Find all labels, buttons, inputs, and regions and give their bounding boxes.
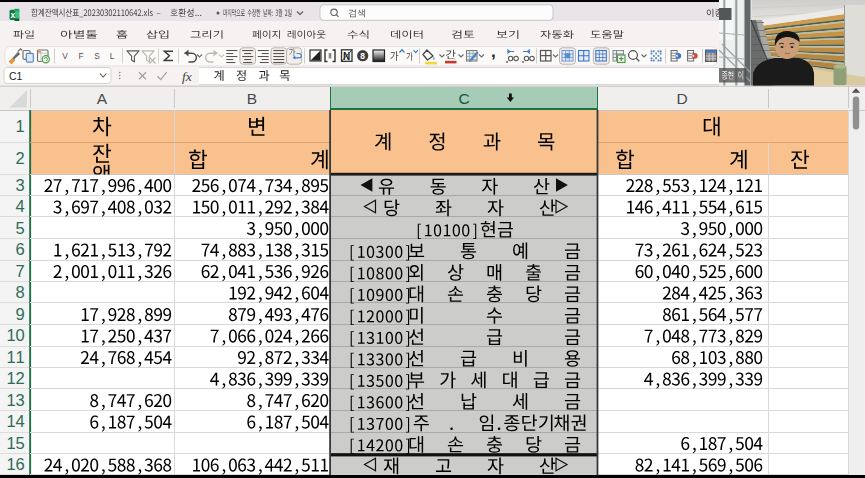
svg-text:4: 4 (16, 197, 25, 215)
svg-text:8: 8 (360, 51, 365, 61)
svg-text:,: , (491, 42, 496, 61)
svg-text:D: D (676, 90, 687, 107)
svg-text:x: x (11, 10, 16, 20)
svg-text:7: 7 (16, 262, 25, 280)
svg-text:A: A (97, 90, 108, 107)
svg-text:S: S (94, 51, 100, 61)
svg-text:1: 1 (16, 117, 25, 135)
svg-text:12: 12 (6, 369, 24, 387)
svg-text:16: 16 (6, 455, 24, 473)
svg-text:15: 15 (6, 434, 24, 452)
svg-text:L: L (110, 51, 115, 61)
svg-text:2: 2 (16, 149, 25, 167)
svg-text:B: B (247, 90, 257, 107)
svg-text:8: 8 (16, 283, 25, 301)
svg-text:fx: fx (182, 69, 192, 84)
svg-text:13: 13 (6, 391, 24, 409)
svg-text:10: 10 (6, 326, 24, 344)
svg-text:C: C (458, 90, 469, 107)
svg-text:5: 5 (16, 219, 25, 237)
svg-text:3: 3 (16, 176, 25, 194)
svg-text:F: F (78, 51, 83, 61)
svg-text:11: 11 (6, 348, 24, 366)
svg-text:14: 14 (6, 412, 24, 430)
svg-text:V: V (62, 51, 68, 61)
svg-text:6: 6 (16, 240, 25, 258)
svg-text:C1: C1 (9, 70, 23, 82)
svg-text:9: 9 (16, 305, 25, 323)
